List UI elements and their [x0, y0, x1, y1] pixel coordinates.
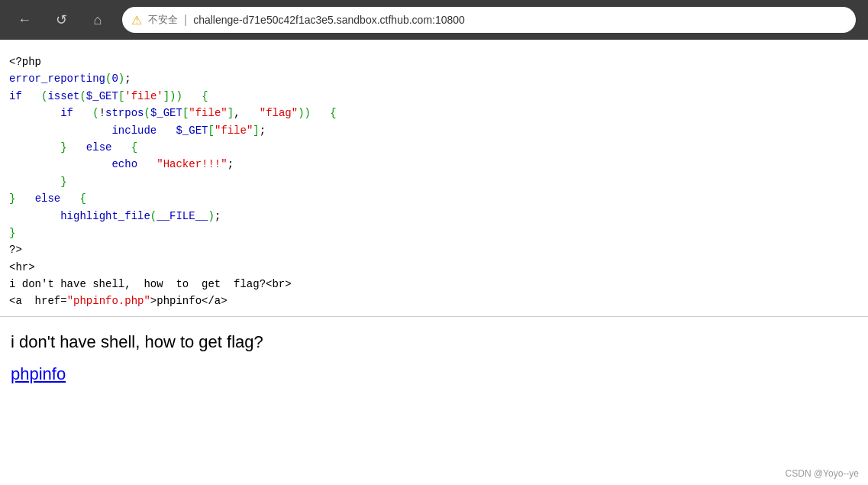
- code-line-14: i don't have shell, how to get flag?<br>: [9, 276, 859, 293]
- separator: |: [184, 13, 187, 27]
- home-icon: ⌂: [94, 12, 102, 28]
- code-line-5: include $_GET["file"];: [9, 122, 859, 139]
- code-line-4: if (!strpos($_GET["file"], "flag")) {: [9, 105, 859, 121]
- address-bar[interactable]: ⚠ 不安全 | challenge-d71e50c42f1ac3e5.sandb…: [122, 7, 856, 33]
- code-line-6: } else {: [9, 139, 859, 156]
- back-button[interactable]: ←: [12, 8, 37, 32]
- back-icon: ←: [18, 12, 31, 28]
- source-code-block: <?php error_reporting(0); if (isset($_GE…: [0, 47, 868, 317]
- code-line-12: ?>: [9, 241, 859, 258]
- rendered-text: i don't have shell, how to get flag?: [11, 332, 857, 352]
- url-text: challenge-d71e50c42f1ac3e5.sandbox.ctfhu…: [193, 14, 465, 26]
- code-line-8: }: [9, 173, 859, 190]
- refresh-button[interactable]: ↺: [49, 8, 73, 32]
- code-line-15: <a href="phpinfo.php">phpinfo</a>: [9, 293, 859, 309]
- rendered-output: i don't have shell, how to get flag? php…: [0, 317, 868, 399]
- page-content: <?php error_reporting(0); if (isset($_GE…: [0, 40, 868, 407]
- code-line-10: highlight_file(__FILE__);: [9, 208, 859, 225]
- code-line-13: <hr>: [9, 259, 859, 276]
- code-line-1: <?php: [9, 53, 859, 70]
- watermark: CSDN @Yoyo--ye: [786, 468, 859, 479]
- code-line-3: if (isset($_GET['file'])) {: [9, 88, 859, 105]
- phpinfo-link[interactable]: phpinfo: [11, 364, 66, 383]
- code-line-7: echo "Hacker!!!";: [9, 156, 859, 173]
- code-line-11: }: [9, 225, 859, 241]
- code-line-9: } else {: [9, 190, 859, 207]
- refresh-icon: ↺: [56, 11, 67, 28]
- code-line-2: error_reporting(0);: [9, 70, 859, 87]
- insecure-label: 不安全: [148, 13, 178, 27]
- warning-icon: ⚠: [131, 13, 142, 27]
- home-button[interactable]: ⌂: [86, 8, 110, 32]
- browser-toolbar: ← ↺ ⌂ ⚠ 不安全 | challenge-d71e50c42f1ac3e5…: [0, 0, 868, 40]
